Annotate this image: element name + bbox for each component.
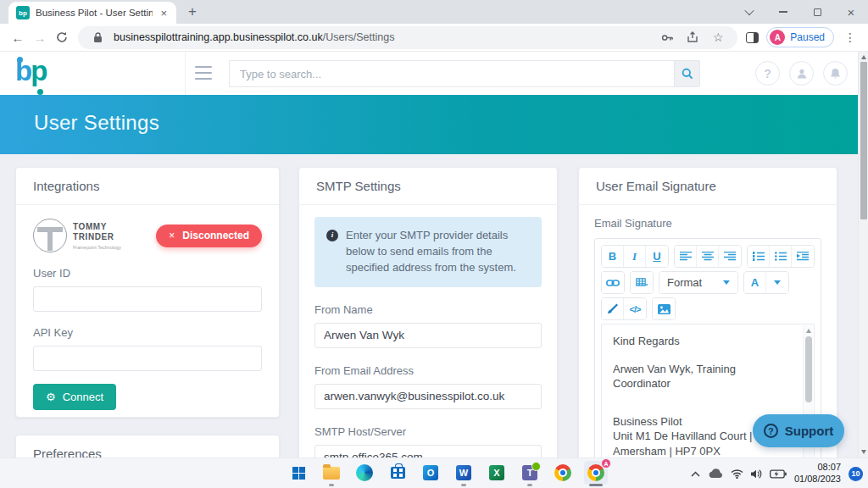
taskbar-start-button[interactable] [287, 461, 310, 485]
smtp-info-alert: i Enter your SMTP provider details below… [314, 217, 542, 287]
insert-table-button[interactable] [631, 272, 653, 293]
window-restore-button[interactable] [800, 0, 834, 24]
share-icon[interactable] [683, 31, 702, 43]
unordered-list-icon [775, 252, 787, 261]
browser-menu-icon[interactable]: ⋮ [839, 30, 861, 44]
clock-date: 01/08/2023 [794, 474, 841, 485]
disconnected-status-button[interactable]: × Disconnected [156, 225, 262, 247]
taskbar-clock[interactable]: 08:07 01/08/2023 [794, 462, 841, 485]
align-right-button[interactable] [719, 246, 741, 267]
align-center-button[interactable] [697, 246, 719, 267]
excel-icon: X [489, 465, 504, 480]
gear-icon: ⚙ [46, 391, 56, 403]
insert-image-button[interactable] [653, 298, 675, 319]
browser-tab[interactable]: bp Business Pilot - User Settings × [8, 2, 176, 24]
underline-button[interactable]: U [646, 246, 668, 267]
page-scrollbar-thumb[interactable] [860, 62, 867, 219]
clock-time: 08:07 [794, 462, 841, 474]
smtp-host-label: SMTP Host/Server [314, 425, 542, 438]
back-button[interactable]: ← [7, 26, 29, 48]
ordered-list-button[interactable] [748, 246, 770, 267]
smtp-settings-card: SMTP Settings i Enter your SMTP provider… [298, 167, 558, 458]
indent-button[interactable] [792, 246, 814, 267]
font-color-button[interactable]: A [744, 272, 766, 293]
store-bag-icon [391, 467, 405, 479]
scroll-down-icon[interactable] [861, 450, 866, 454]
unordered-list-button[interactable] [770, 246, 792, 267]
support-button[interactable]: ? Support [753, 414, 844, 447]
scroll-up-icon[interactable] [806, 329, 811, 333]
menu-hamburger-icon[interactable] [195, 66, 212, 80]
page-scrollbar[interactable] [858, 52, 868, 458]
from-name-input[interactable] [314, 323, 542, 348]
taskbar-edge[interactable] [353, 461, 376, 485]
folder-icon [323, 467, 340, 480]
api-key-label: API Key [33, 326, 262, 339]
search-input[interactable] [229, 60, 674, 87]
integrations-card-title: Integrations [16, 168, 279, 205]
user-account-button[interactable] [789, 61, 814, 86]
search-button[interactable] [674, 60, 700, 87]
lock-icon[interactable] [88, 32, 107, 43]
chrome-profile-button[interactable]: A Paused [766, 27, 834, 47]
align-left-icon [680, 252, 692, 261]
address-bar[interactable]: businesspilottraining.app.businesspilot.… [78, 26, 737, 49]
brush-icon [607, 303, 619, 314]
window-close-button[interactable]: × [834, 0, 868, 24]
forward-button[interactable]: → [29, 26, 51, 48]
reload-button[interactable] [51, 26, 73, 48]
code-view-button[interactable]: </> [624, 298, 646, 319]
window-minimize-button[interactable] [766, 0, 800, 24]
scroll-up-icon[interactable] [861, 55, 866, 59]
link-button[interactable] [602, 272, 624, 293]
italic-button[interactable]: I [624, 246, 646, 267]
paste-format-button[interactable] [602, 298, 624, 319]
onedrive-cloud-icon[interactable] [708, 469, 723, 479]
chevron-down-icon [723, 280, 730, 285]
format-dropdown[interactable]: Format [659, 272, 737, 293]
side-panel-icon[interactable] [743, 32, 761, 43]
person-icon [796, 68, 808, 80]
browser-toolbar: ← → businesspilottraining.app.businesspi… [0, 24, 868, 52]
bold-button[interactable]: B [602, 246, 624, 267]
tray-chevron-up-icon[interactable] [691, 471, 700, 477]
new-tab-button[interactable]: + [183, 3, 202, 21]
word-icon: W [456, 465, 471, 480]
wifi-icon[interactable] [731, 469, 743, 479]
window-menu-chevron-icon[interactable] [732, 0, 766, 24]
taskbar-teams[interactable]: T [518, 461, 542, 485]
bp-favicon-icon: bp [16, 6, 30, 19]
font-color-dropdown[interactable] [766, 272, 788, 293]
profile-badge: A [601, 458, 611, 469]
tab-close-icon[interactable]: × [159, 7, 169, 19]
volume-icon[interactable] [751, 469, 762, 479]
taskbar-chrome[interactable] [551, 461, 575, 485]
signature-line: Arwen Van Wyk, Training Coordinator [613, 362, 793, 391]
notifications-button[interactable] [823, 61, 848, 86]
question-circle-icon: ? [764, 424, 778, 438]
preferences-card-title: Preferences [16, 435, 279, 458]
battery-icon[interactable] [770, 469, 787, 479]
connect-button[interactable]: ⚙ Connect [33, 384, 116, 410]
help-button[interactable]: ? [755, 61, 780, 86]
settings-content: Integrations TOMMYTRINDER Framepoint Tec… [0, 154, 868, 458]
bookmark-star-icon[interactable]: ☆ [709, 30, 727, 44]
editor-scrollbar-thumb[interactable] [805, 336, 812, 402]
smtp-host-input[interactable] [314, 445, 542, 458]
align-left-button[interactable] [675, 246, 697, 267]
taskbar-outlook[interactable]: O [419, 461, 442, 485]
from-email-input[interactable] [314, 384, 542, 409]
taskbar-excel[interactable]: X [485, 461, 509, 485]
taskbar-file-explorer[interactable] [320, 461, 343, 485]
question-icon: ? [764, 67, 771, 80]
password-key-icon[interactable] [658, 32, 676, 43]
user-id-input[interactable] [33, 286, 262, 312]
edge-icon [356, 464, 373, 481]
notification-count-badge[interactable]: 10 [849, 467, 863, 481]
close-icon: × [169, 230, 175, 241]
taskbar-word[interactable]: W [452, 461, 476, 485]
taskbar-microsoft-store[interactable] [386, 461, 409, 485]
api-key-input[interactable] [33, 346, 262, 371]
taskbar-chrome-active[interactable]: A [584, 461, 608, 485]
chrome-icon [554, 464, 571, 481]
